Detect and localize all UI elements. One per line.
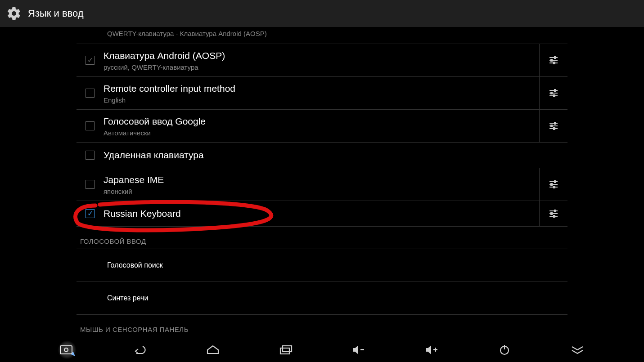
svg-rect-35 — [554, 215, 555, 217]
system-navbar — [0, 337, 644, 362]
svg-rect-31 — [554, 210, 556, 212]
svg-rect-1 — [554, 57, 556, 58]
ime-settings-button[interactable] — [539, 44, 567, 76]
settings-gear-icon — [6, 6, 22, 21]
sliders-icon — [548, 208, 559, 219]
default-keyboard-row[interactable]: QWERTY-клавиатура - Клавиатура Android (… — [77, 30, 567, 44]
svg-rect-7 — [554, 89, 556, 91]
sliders-icon — [548, 179, 559, 190]
svg-rect-17 — [554, 128, 555, 130]
nav-recent-button[interactable] — [274, 338, 297, 362]
ime-settings-button[interactable] — [539, 201, 567, 226]
svg-rect-29 — [554, 186, 555, 188]
tts-title: Синтез речи — [107, 294, 567, 302]
ime-subtitle: русский, QWERTY-клавиатура — [104, 63, 539, 71]
ime-checkbox[interactable] — [86, 209, 95, 218]
ime-row-remote[interactable]: Remote controller input method English — [77, 77, 567, 110]
svg-rect-9 — [551, 92, 552, 94]
ime-subtitle: English — [104, 96, 539, 104]
default-keyboard-subtitle: QWERTY-клавиатура - Клавиатура Android (… — [107, 30, 567, 37]
ime-settings-button[interactable] — [539, 110, 567, 142]
page-title: Язык и ввод — [28, 8, 84, 19]
ime-checkbox[interactable] — [86, 180, 95, 189]
ime-row-aosp[interactable]: Клавиатура Android (AOSP) русский, QWERT… — [77, 44, 567, 77]
settings-content: QWERTY-клавиатура - Клавиатура Android (… — [0, 27, 644, 337]
ime-row-ru[interactable]: Russian Keyboard — [77, 201, 567, 227]
nav-back-button[interactable] — [128, 338, 152, 362]
svg-rect-38 — [280, 348, 289, 354]
nav-screenshot-button[interactable] — [55, 338, 79, 362]
section-mouse-touchpad: МЫШЬ И СЕНСОРНАЯ ПАНЕЛЬ — [77, 315, 567, 333]
ime-checkbox[interactable] — [86, 56, 95, 65]
svg-rect-40 — [360, 349, 364, 350]
section-voice-input: ГОЛОСОВОЙ ВВОД — [77, 227, 567, 249]
sliders-icon — [548, 88, 559, 98]
ime-row-deleted[interactable]: Удаленная клавиатура — [77, 143, 567, 168]
svg-rect-25 — [554, 181, 556, 183]
ime-title: Удаленная клавиатура — [104, 149, 567, 161]
sliders-icon — [548, 55, 559, 66]
sliders-icon — [548, 121, 559, 131]
svg-rect-11 — [554, 95, 555, 97]
voice-search-row[interactable]: Голосовой поиск — [77, 249, 567, 282]
ime-settings-button[interactable] — [539, 77, 567, 109]
svg-point-37 — [64, 348, 68, 352]
ime-checkbox[interactable] — [86, 151, 95, 160]
ime-title: Remote controller input method — [104, 82, 539, 94]
titlebar: Язык и ввод — [0, 0, 644, 27]
tts-row[interactable]: Синтез речи — [77, 282, 567, 315]
svg-rect-39 — [283, 346, 292, 352]
svg-rect-15 — [551, 125, 552, 127]
ime-title: Клавиатура Android (AOSP) — [104, 49, 539, 62]
ime-checkbox[interactable] — [86, 89, 95, 98]
ime-row-jp[interactable]: Japanese IME японский — [77, 168, 567, 201]
ime-subtitle: японский — [104, 188, 539, 195]
ime-subtitle: Автоматически — [104, 129, 539, 137]
svg-rect-3 — [551, 59, 552, 61]
ime-checkbox[interactable] — [86, 121, 95, 130]
ime-title: Japanese IME — [104, 174, 539, 186]
ime-title: Голосовой ввод Google — [104, 115, 539, 127]
svg-rect-5 — [554, 62, 555, 64]
svg-rect-42 — [435, 348, 436, 352]
ime-title: Russian Keyboard — [104, 207, 539, 219]
nav-volume-down-button[interactable] — [347, 338, 370, 362]
nav-power-button[interactable] — [493, 338, 516, 362]
nav-volume-up-button[interactable] — [420, 338, 443, 362]
nav-expand-button[interactable] — [566, 338, 589, 362]
nav-home-button[interactable] — [201, 338, 225, 362]
ime-row-google[interactable]: Голосовой ввод Google Автоматически — [77, 110, 567, 143]
svg-rect-33 — [551, 213, 552, 215]
svg-rect-13 — [554, 122, 556, 124]
voice-search-title: Голосовой поиск — [107, 261, 567, 269]
svg-rect-36 — [60, 346, 72, 354]
svg-rect-27 — [551, 183, 552, 185]
ime-settings-button[interactable] — [539, 168, 567, 201]
